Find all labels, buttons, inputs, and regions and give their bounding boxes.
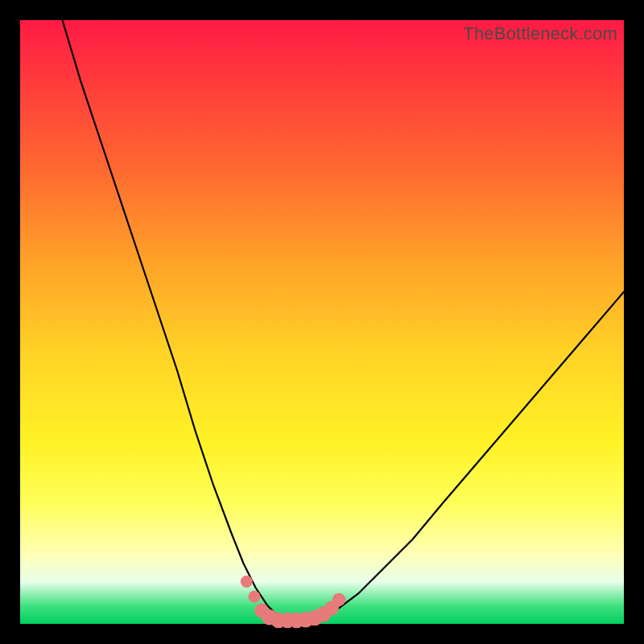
curve-svg: [20, 20, 624, 624]
outer-frame: TheBottleneck.com: [0, 0, 644, 644]
plot-area: TheBottleneck.com: [20, 20, 624, 624]
bottom-markers: [241, 576, 346, 628]
marker-dot: [249, 591, 261, 603]
marker-dot: [332, 593, 346, 607]
marker-dot: [241, 576, 253, 588]
bottleneck-curve: [63, 20, 625, 618]
